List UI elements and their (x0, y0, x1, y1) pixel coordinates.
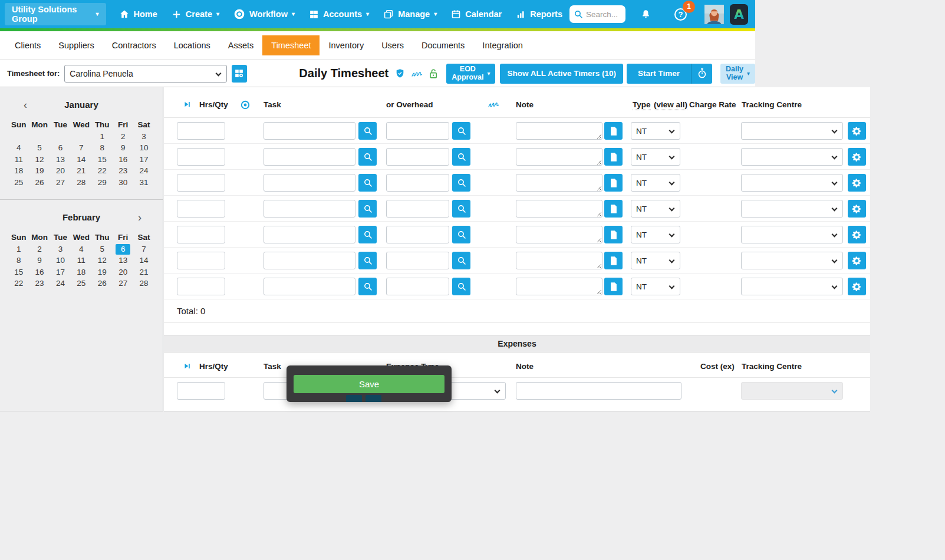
calendar-day[interactable]: 30 (113, 177, 133, 189)
overhead-search-button[interactable] (452, 226, 470, 243)
note-textarea[interactable] (516, 200, 602, 218)
calendar-day[interactable]: 7 (71, 142, 91, 154)
calendar-day[interactable]: 26 (92, 278, 113, 289)
nav-item-reports[interactable]: Reports (509, 0, 569, 28)
notification-count-badge[interactable]: 1 (683, 1, 695, 13)
calendar-day[interactable]: 27 (113, 278, 133, 289)
calendar-day[interactable]: 21 (133, 266, 154, 278)
notifications-bell-icon[interactable] (641, 9, 651, 19)
task-input[interactable] (264, 122, 355, 140)
calendar-day[interactable]: 4 (71, 243, 91, 255)
avatar[interactable] (704, 4, 724, 25)
timesheet-grid-settings-button[interactable] (232, 65, 248, 83)
task-input[interactable] (264, 252, 355, 269)
calendar-day[interactable]: 14 (71, 154, 91, 166)
note-button[interactable] (604, 278, 623, 295)
search-box[interactable] (569, 5, 625, 23)
calendar-day[interactable]: 10 (50, 255, 71, 266)
calendar-next-button[interactable]: › (138, 210, 141, 225)
note-textarea[interactable] (516, 122, 602, 140)
calendar-day[interactable]: 13 (50, 154, 71, 166)
calendar-day[interactable]: 3 (50, 243, 71, 255)
app-logo[interactable]: A (730, 4, 748, 25)
save-button[interactable]: Save (294, 375, 444, 393)
tab-timesheet[interactable]: Timesheet (262, 35, 320, 55)
calendar-prev-button[interactable]: ‹ (24, 98, 27, 112)
search-input[interactable] (586, 10, 621, 19)
tracking-centre-select[interactable] (742, 174, 842, 191)
task-search-button[interactable] (358, 226, 377, 243)
calendar-day[interactable]: 15 (8, 266, 29, 278)
type-select[interactable]: NT (631, 174, 680, 191)
org-selector[interactable]: Utility Solutions Group ▾ (5, 3, 106, 25)
type-select[interactable]: NT (631, 252, 680, 269)
eod-approval-button[interactable]: EOD Approval ▾ (446, 64, 495, 84)
timesheet-user-select[interactable]: Carolina Penuela (65, 65, 226, 82)
overhead-search-button[interactable] (452, 278, 470, 295)
expense-note-input[interactable] (516, 382, 681, 400)
nav-item-create[interactable]: Create▾ (164, 0, 226, 28)
tracking-settings-button[interactable] (848, 226, 866, 243)
hrs-qty-input[interactable] (177, 122, 225, 140)
calendar-day[interactable]: 20 (113, 266, 133, 278)
calendar-day[interactable]: 8 (92, 142, 113, 154)
tab-inventory[interactable]: Inventory (320, 35, 373, 55)
nav-item-home[interactable]: Home (112, 0, 164, 28)
overhead-search-button[interactable] (452, 174, 470, 192)
task-input[interactable] (264, 278, 355, 295)
calendar-day[interactable]: 31 (133, 177, 154, 189)
overhead-search-button[interactable] (452, 252, 470, 269)
calendar-day[interactable]: 4 (8, 142, 29, 154)
calendar-day[interactable]: 5 (29, 142, 50, 154)
tracking-centre-select[interactable] (742, 252, 842, 269)
stopwatch-icon-button[interactable] (692, 64, 712, 84)
type-select[interactable]: NT (631, 149, 680, 165)
note-button[interactable] (604, 174, 623, 192)
calendar-day[interactable]: 8 (8, 255, 29, 266)
calendar-day[interactable]: 18 (71, 266, 91, 278)
note-textarea[interactable] (516, 278, 602, 295)
tracking-centre-select[interactable] (742, 226, 842, 243)
task-search-button[interactable] (358, 252, 377, 269)
overhead-search-button[interactable] (452, 148, 470, 166)
overhead-input[interactable] (386, 252, 449, 269)
calendar-day[interactable]: 18 (8, 165, 29, 177)
task-input[interactable] (264, 148, 355, 166)
note-button[interactable] (604, 200, 623, 218)
calendar-day[interactable]: 28 (133, 278, 154, 289)
task-input[interactable] (264, 200, 355, 218)
calendar-day[interactable]: 6 (113, 243, 133, 255)
calendar-day[interactable]: 29 (92, 177, 113, 189)
calendar-day[interactable]: 9 (113, 142, 133, 154)
popup-partial-button[interactable] (346, 395, 362, 402)
calendar-day[interactable]: 23 (29, 278, 50, 289)
task-search-button[interactable] (358, 174, 377, 192)
tracking-settings-button[interactable] (848, 200, 866, 218)
hrs-qty-input[interactable] (177, 252, 225, 269)
calendar-day[interactable]: 1 (8, 243, 29, 255)
calendar-day[interactable]: 22 (8, 278, 29, 289)
tracking-settings-button[interactable] (848, 174, 866, 192)
tab-suppliers[interactable]: Suppliers (50, 35, 103, 55)
calendar-day[interactable]: 14 (133, 255, 154, 266)
skip-next-icon[interactable] (183, 362, 191, 370)
task-search-button[interactable] (358, 122, 377, 140)
tracking-settings-button[interactable] (848, 148, 866, 166)
calendar-day[interactable]: 9 (29, 255, 50, 266)
tab-documents[interactable]: Documents (413, 35, 473, 55)
tab-contractors[interactable]: Contractors (103, 35, 165, 55)
overhead-input[interactable] (386, 174, 449, 192)
skip-next-icon[interactable] (183, 100, 191, 108)
calendar-day[interactable]: 11 (8, 154, 29, 166)
calendar-day[interactable]: 17 (50, 266, 71, 278)
note-textarea[interactable] (516, 174, 602, 192)
calendar-day[interactable]: 19 (29, 165, 50, 177)
hrs-qty-input[interactable] (177, 200, 225, 218)
calendar-day[interactable]: 26 (29, 177, 50, 189)
calendar-day[interactable]: 12 (29, 154, 50, 166)
task-search-button[interactable] (358, 148, 377, 166)
view-all-link[interactable]: (view all) (654, 100, 687, 110)
type-select[interactable]: NT (631, 200, 680, 217)
tab-users[interactable]: Users (373, 35, 413, 55)
calendar-day[interactable]: 7 (133, 243, 154, 255)
